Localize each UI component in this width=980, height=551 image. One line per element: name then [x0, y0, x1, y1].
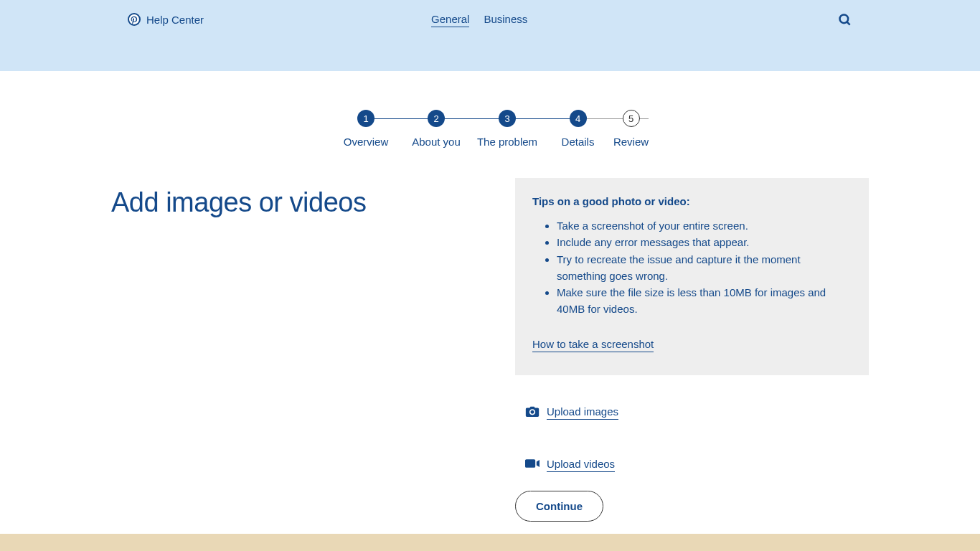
camera-icon [525, 405, 540, 420]
tips-list: Take a screenshot of your entire screen.… [532, 217, 852, 318]
step-circle-4: 4 [570, 110, 587, 127]
step-label-3: The problem [477, 136, 537, 148]
step-overview: 1 Overview [331, 110, 401, 148]
brand-label: Help Center [146, 14, 204, 26]
upload-videos-link[interactable]: Upload videos [547, 458, 615, 472]
step-the-problem: 3 The problem [472, 110, 543, 148]
continue-button[interactable]: Continue [515, 491, 603, 522]
left-column: Add images or videos [111, 187, 494, 522]
step-review: 5 Review [613, 110, 649, 148]
tip-item: Try to recreate the issue and capture it… [557, 251, 852, 285]
header: Help Center General Business [0, 0, 980, 71]
step-label-1: Overview [344, 136, 389, 148]
progress-stepper: 1 Overview 2 About you 3 The problem 4 D… [0, 110, 980, 148]
right-column: Tips on a good photo or video: Take a sc… [515, 187, 869, 522]
step-label-5: Review [613, 136, 649, 148]
header-brand[interactable]: Help Center [128, 13, 204, 26]
step-circle-2: 2 [428, 110, 445, 127]
step-label-2: About you [412, 136, 461, 148]
tip-item: Take a screenshot of your entire screen. [557, 217, 852, 234]
pinterest-logo-icon [128, 13, 141, 26]
tips-title: Tips on a good photo or video: [532, 195, 852, 207]
svg-line-1 [847, 22, 850, 25]
svg-point-0 [840, 15, 849, 24]
video-icon [525, 458, 540, 471]
main-content: Add images or videos Tips on a good phot… [0, 187, 980, 522]
step-about-you: 2 About you [401, 110, 472, 148]
step-details: 4 Details [543, 110, 613, 148]
step-circle-5: 5 [623, 110, 640, 127]
nav-business[interactable]: Business [484, 13, 527, 27]
step-circle-3: 3 [499, 110, 516, 127]
page-title: Add images or videos [111, 187, 494, 218]
search-button[interactable] [838, 13, 852, 30]
tip-item: Include any error messages that appear. [557, 234, 852, 250]
step-circle-1: 1 [357, 110, 374, 127]
upload-videos-row[interactable]: Upload videos [525, 458, 869, 472]
search-icon [838, 13, 852, 27]
upload-images-link[interactable]: Upload images [547, 405, 618, 420]
upload-images-row[interactable]: Upload images [525, 405, 869, 420]
nav-general[interactable]: General [431, 13, 469, 27]
header-nav: General Business [431, 13, 527, 27]
step-label-4: Details [562, 136, 595, 148]
tips-box: Tips on a good photo or video: Take a sc… [515, 178, 869, 375]
tip-item: Make sure the file size is less than 10M… [557, 284, 852, 318]
screenshot-help-link[interactable]: How to take a screenshot [532, 338, 654, 352]
